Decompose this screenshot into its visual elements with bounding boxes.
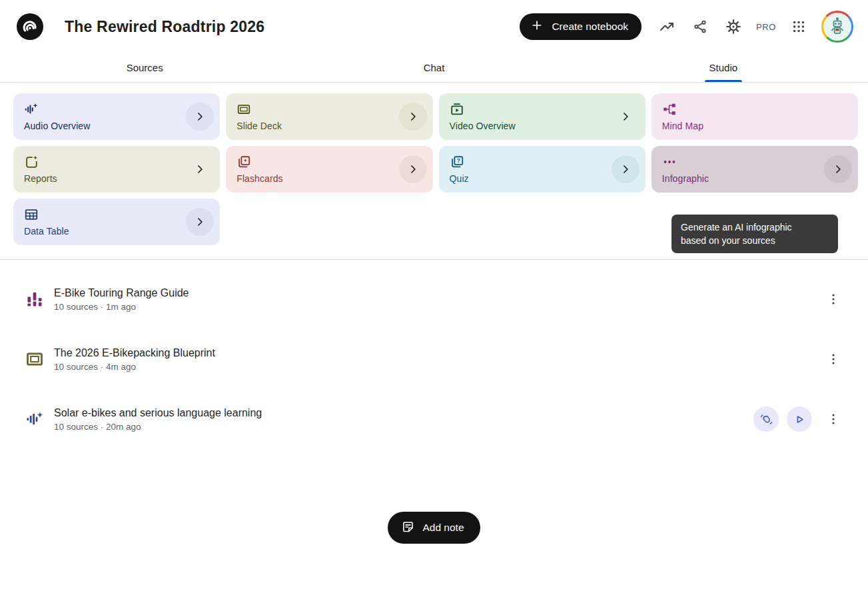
reports-icon xyxy=(24,155,39,169)
mind-map-icon xyxy=(662,102,677,117)
notebook-page: The Rewired Roadtrip 2026 Create noteboo… xyxy=(0,0,868,591)
play-audio-icon[interactable] xyxy=(787,406,812,432)
flashcards-icon xyxy=(236,155,251,169)
interactive-mode-hand-icon[interactable] xyxy=(753,406,779,432)
tab-studio-label: Studio xyxy=(709,62,738,73)
tab-sources-label: Sources xyxy=(127,62,163,73)
data-table-icon xyxy=(24,207,39,222)
analytics-trending-icon[interactable] xyxy=(653,13,680,40)
open-audio-overview-chevron[interactable] xyxy=(186,103,214,131)
tab-sources[interactable]: Sources xyxy=(0,53,289,82)
header-actions: Create notebook xyxy=(520,11,853,43)
artifact-text: E-Bike Touring Range Guide 10 sources · … xyxy=(54,287,189,312)
studio-card-data-table[interactable]: Data Table xyxy=(13,199,220,245)
artifact-meta: 10 sources · 1m ago xyxy=(54,302,189,312)
studio-card-audio-overview[interactable]: Audio Overview xyxy=(13,93,220,140)
artifact-meta: 10 sources · 4m ago xyxy=(54,362,215,372)
artifact-actions xyxy=(820,286,841,312)
card-label: Video Overview xyxy=(450,121,516,131)
studio-card-video-overview[interactable]: Video Overview xyxy=(439,93,646,140)
tab-studio[interactable]: Studio xyxy=(579,53,868,82)
studio-card-infographic[interactable]: Infographic xyxy=(651,146,858,193)
artifact-text: Solar e-bikes and serious language learn… xyxy=(54,407,262,432)
card-label: Reports xyxy=(24,173,57,184)
open-flashcards-chevron[interactable] xyxy=(399,155,427,183)
artifact-row-audio-overview[interactable]: Solar e-bikes and serious language learn… xyxy=(0,389,868,449)
artifact-text: The 2026 E-Bikepacking Blueprint 10 sour… xyxy=(54,347,215,372)
add-note-button[interactable]: Add note xyxy=(388,512,480,544)
share-icon[interactable] xyxy=(687,13,713,40)
artifact-title[interactable]: E-Bike Touring Range Guide xyxy=(54,287,189,299)
infographic-tooltip: Generate an AI infographic based on your… xyxy=(671,215,838,253)
card-label: Data Table xyxy=(24,226,69,237)
open-quiz-chevron[interactable] xyxy=(612,155,640,183)
tooltip-line-2: based on your sources xyxy=(681,234,829,247)
studio-card-slide-deck[interactable]: Slide Deck xyxy=(226,93,432,140)
header: The Rewired Roadtrip 2026 Create noteboo… xyxy=(0,0,868,53)
open-data-table-chevron[interactable] xyxy=(186,208,214,236)
tab-chat[interactable]: Chat xyxy=(289,53,578,82)
card-label: Infographic xyxy=(662,173,709,184)
slide-deck-icon xyxy=(236,102,251,117)
open-slide-deck-chevron[interactable] xyxy=(399,103,427,131)
artifact-actions xyxy=(820,346,841,372)
infographic-bars-icon xyxy=(25,290,44,308)
notebook-title[interactable]: The Rewired Roadtrip 2026 xyxy=(65,18,264,36)
add-note-label: Add note xyxy=(422,522,464,534)
studio-card-flashcards[interactable]: Flashcards xyxy=(226,146,432,193)
card-label: Slide Deck xyxy=(236,121,282,131)
create-notebook-label: Create notebook xyxy=(552,21,628,33)
note-icon xyxy=(401,520,415,536)
slide-frame-icon xyxy=(25,350,44,368)
card-label: Mind Map xyxy=(662,121,703,131)
more-options-icon[interactable] xyxy=(825,406,841,432)
more-options-icon[interactable] xyxy=(825,346,841,372)
artifact-title[interactable]: The 2026 E-Bikepacking Blueprint xyxy=(54,347,215,359)
card-label: Quiz xyxy=(450,173,469,184)
pro-badge: PRO xyxy=(753,22,779,32)
tooltip-line-1: Generate an AI infographic xyxy=(681,221,829,234)
artifact-row-slide-deck[interactable]: The 2026 E-Bikepacking Blueprint 10 sour… xyxy=(0,329,868,389)
studio-card-quiz[interactable]: ? Quiz xyxy=(439,146,646,193)
studio-card-reports[interactable]: Reports xyxy=(13,146,220,193)
card-label: Flashcards xyxy=(236,173,282,184)
artifact-actions xyxy=(753,406,841,432)
artifact-list: E-Bike Touring Range Guide 10 sources · … xyxy=(0,260,868,449)
tab-bar: Sources Chat Studio xyxy=(0,53,868,83)
card-label: Audio Overview xyxy=(24,121,90,131)
footer: Add note xyxy=(0,512,868,544)
studio-card-mind-map[interactable]: Mind Map xyxy=(651,93,858,140)
audio-waveform-sparkle-icon xyxy=(24,102,39,117)
open-infographic-chevron[interactable] xyxy=(824,155,852,183)
create-notebook-button[interactable]: Create notebook xyxy=(520,13,642,40)
quiz-icon: ? xyxy=(450,155,464,169)
artifact-title[interactable]: Solar e-bikes and serious language learn… xyxy=(54,407,262,419)
audio-waveform-sparkle-icon xyxy=(25,410,44,428)
open-reports-chevron[interactable] xyxy=(192,161,208,177)
more-options-icon[interactable] xyxy=(825,286,841,312)
notebooklm-logo-icon[interactable] xyxy=(17,13,43,40)
artifact-row-infographic[interactable]: E-Bike Touring Range Guide 10 sources · … xyxy=(0,269,868,329)
active-tab-underline xyxy=(705,80,742,82)
plus-icon xyxy=(530,19,544,35)
loading-dots-icon xyxy=(662,155,677,169)
tab-chat-label: Chat xyxy=(424,62,445,73)
svg-text:?: ? xyxy=(456,158,460,164)
open-video-overview-chevron[interactable] xyxy=(618,109,634,125)
google-apps-grid-icon[interactable] xyxy=(785,13,812,40)
video-overview-icon xyxy=(450,102,464,117)
artifact-meta: 10 sources · 20m ago xyxy=(54,422,262,432)
settings-gear-icon[interactable] xyxy=(720,13,747,40)
user-avatar[interactable] xyxy=(821,11,853,43)
avatar-robot-image xyxy=(823,13,851,41)
